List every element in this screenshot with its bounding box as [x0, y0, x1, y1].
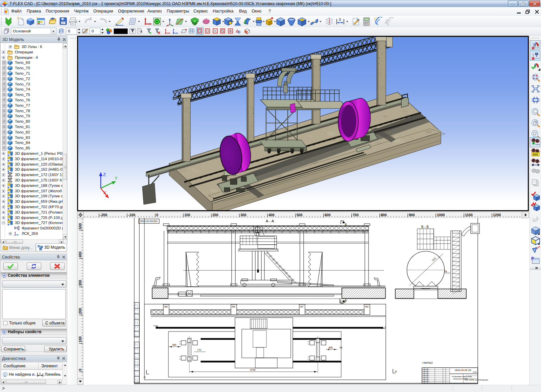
- svg-text:5: 5: [39, 372, 41, 375]
- svg-text:Изм Лист: Изм Лист: [423, 373, 429, 374]
- svg-text:1000: 1000: [437, 213, 445, 217]
- svg-text:100: 100: [78, 336, 82, 342]
- svg-text:100: 100: [184, 213, 190, 217]
- svg-text:1200: 1200: [493, 213, 501, 217]
- svg-text:Изм Лист: Изм Лист: [423, 369, 429, 370]
- svg-text:Б: Б: [345, 223, 347, 226]
- svg-text:X: X: [103, 190, 107, 195]
- svg-text:500: 500: [297, 213, 303, 217]
- svg-text:А - А: А - А: [266, 219, 274, 223]
- svg-text:1100: 1100: [465, 213, 473, 217]
- svg-text:А: А: [144, 375, 146, 379]
- svg-text:700: 700: [353, 213, 359, 217]
- svg-text:Z: Z: [103, 172, 106, 177]
- svg-text:Изм Лист: Изм Лист: [423, 379, 429, 381]
- svg-text:М7: М7: [300, 305, 304, 308]
- svg-text:845: 845: [329, 346, 333, 349]
- svg-text:Y: Y: [115, 176, 118, 181]
- svg-text:200: 200: [78, 308, 82, 314]
- svg-text:Установка сварочная: Установка сварочная: [452, 375, 472, 377]
- svg-text:i: i: [5, 373, 6, 376]
- svg-text:550: 550: [172, 344, 177, 346]
- svg-text:2А: 2А: [339, 346, 343, 349]
- svg-text:5: 5: [339, 18, 341, 22]
- svg-text:300: 300: [78, 280, 82, 286]
- svg-text:А: А: [395, 370, 397, 373]
- svg-text:0: 0: [78, 369, 82, 371]
- svg-text:ОАО НЗРМК им. Н.Е.Крюкова: ОАО НЗРМК им. Н.Е.Крюкова: [465, 379, 488, 381]
- svg-text:600: 600: [325, 213, 331, 217]
- svg-text:P: P: [531, 256, 534, 261]
- svg-text:-100: -100: [128, 213, 135, 217]
- svg-text:Н510-00-00СБН: Н510-00-00СБН: [140, 220, 158, 222]
- svg-text:900: 900: [409, 213, 415, 217]
- svg-text:6730: 6730: [250, 369, 256, 371]
- svg-text:500: 500: [78, 223, 82, 229]
- svg-text:400: 400: [78, 251, 82, 258]
- svg-text:Изм Лист: Изм Лист: [423, 371, 429, 372]
- svg-text:0: 0: [156, 213, 158, 217]
- svg-text:\.МкПШ2: \.МкПШ2: [422, 361, 433, 364]
- svg-text:Б - Б: Б - Б: [421, 225, 429, 229]
- svg-text:800: 800: [381, 213, 387, 217]
- svg-text:Изм Лист: Изм Лист: [423, 377, 429, 378]
- svg-text:Н510-00-00 СБ: Н510-00-00 СБ: [455, 369, 471, 371]
- svg-text:Б: Б: [344, 300, 346, 303]
- svg-text:М4: М4: [232, 305, 235, 308]
- svg-text:1:20: 1:20: [473, 371, 477, 373]
- svg-text:М3: М3: [365, 305, 369, 308]
- svg-text:200: 200: [212, 213, 218, 217]
- svg-text:II10: II10: [533, 152, 538, 156]
- svg-text:-200: -200: [100, 213, 107, 217]
- svg-text:400: 400: [268, 213, 275, 217]
- svg-text:Изм Лист: Изм Лист: [423, 375, 429, 376]
- svg-text:2К: 2К: [444, 270, 447, 273]
- svg-text:300: 300: [240, 213, 246, 217]
- svg-text:770: 770: [197, 349, 201, 351]
- svg-text:М5: М5: [164, 305, 168, 308]
- svg-text:Изм Лист: Изм Лист: [423, 381, 429, 383]
